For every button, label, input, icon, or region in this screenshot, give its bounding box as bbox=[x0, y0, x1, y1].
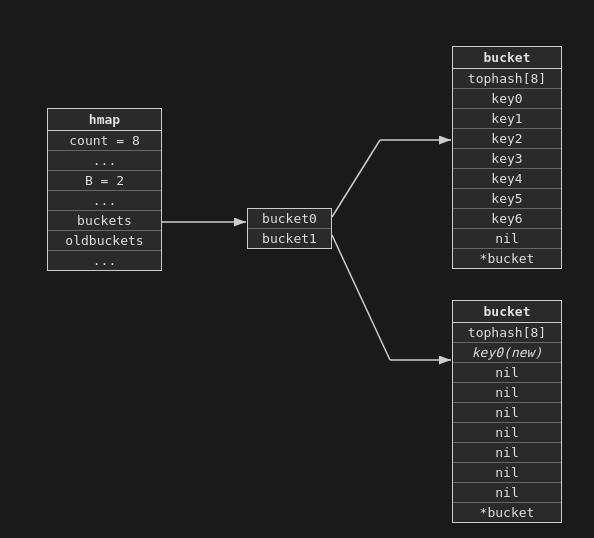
bucket-bottom-nil7: nil bbox=[453, 483, 561, 503]
bucket-bottom-box: bucket tophash[8] key0(new) nil nil nil … bbox=[452, 300, 562, 523]
arrow-bucket1-to-bottom bbox=[332, 235, 390, 360]
bucket-top-key2: key2 bbox=[453, 129, 561, 149]
bucket-bottom-nil4: nil bbox=[453, 423, 561, 443]
bucket-bottom-tophash: tophash[8] bbox=[453, 323, 561, 343]
hmap-header: hmap bbox=[48, 109, 161, 131]
bucket-bottom-nil5: nil bbox=[453, 443, 561, 463]
bucket0-label: bucket0 bbox=[248, 209, 331, 229]
bucket-bottom-nil6: nil bbox=[453, 463, 561, 483]
hmap-row-oldbuckets: oldbuckets bbox=[48, 231, 161, 251]
bucket-bottom-nil3: nil bbox=[453, 403, 561, 423]
bucket-top-key4: key4 bbox=[453, 169, 561, 189]
hmap-box: hmap count = 8 ... B = 2 ... buckets old… bbox=[47, 108, 162, 271]
hmap-row-dots3: ... bbox=[48, 251, 161, 270]
bucket-bottom-key0new: key0(new) bbox=[453, 343, 561, 363]
bucket-bottom-star-bucket: *bucket bbox=[453, 503, 561, 522]
bucket1-label: bucket1 bbox=[248, 229, 331, 248]
bucket-top-key1: key1 bbox=[453, 109, 561, 129]
bucket-top-tophash: tophash[8] bbox=[453, 69, 561, 89]
arrow-bucket0-to-top bbox=[332, 140, 380, 217]
bucket-top-star-bucket: *bucket bbox=[453, 249, 561, 268]
bucket-top-header: bucket bbox=[453, 47, 561, 69]
bucket-bottom-nil1: nil bbox=[453, 363, 561, 383]
hmap-row-b: B = 2 bbox=[48, 171, 161, 191]
bucket-bottom-header: bucket bbox=[453, 301, 561, 323]
bucket-top-key3: key3 bbox=[453, 149, 561, 169]
bucket-top-key0: key0 bbox=[453, 89, 561, 109]
bucket-top-box: bucket tophash[8] key0 key1 key2 key3 ke… bbox=[452, 46, 562, 269]
hmap-row-count: count = 8 bbox=[48, 131, 161, 151]
diagram: hmap count = 8 ... B = 2 ... buckets old… bbox=[0, 0, 594, 538]
hmap-row-dots2: ... bbox=[48, 191, 161, 211]
buckets-pointer-box: bucket0 bucket1 bbox=[247, 208, 332, 249]
hmap-row-buckets: buckets bbox=[48, 211, 161, 231]
bucket-top-key5: key5 bbox=[453, 189, 561, 209]
bucket-bottom-nil2: nil bbox=[453, 383, 561, 403]
hmap-row-dots1: ... bbox=[48, 151, 161, 171]
bucket-top-nil: nil bbox=[453, 229, 561, 249]
bucket-top-key6: key6 bbox=[453, 209, 561, 229]
